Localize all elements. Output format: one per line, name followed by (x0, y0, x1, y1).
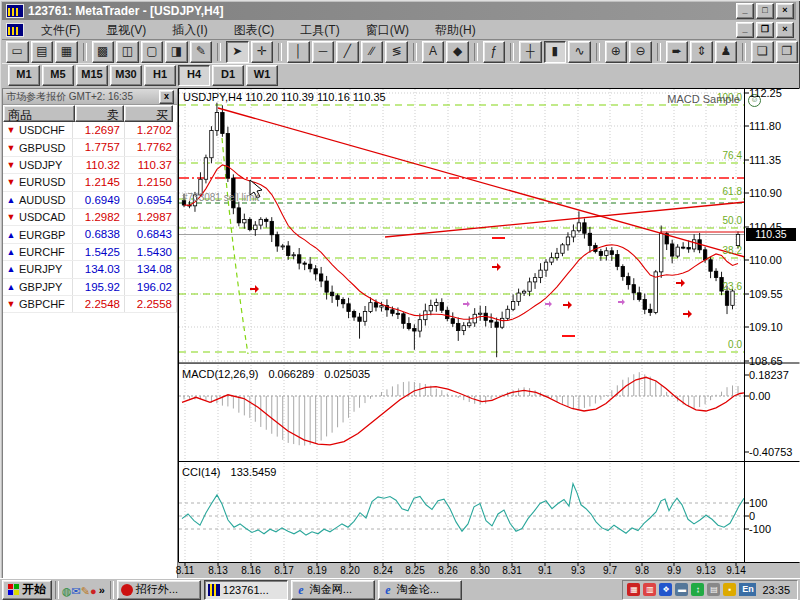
app-quicklaunch-icon[interactable]: ● (90, 585, 97, 597)
mt-task-icon (208, 584, 220, 596)
timeframe-bar: M1M5M15M30H1H4D1W1 (2, 64, 800, 87)
antivirus-tray-icon[interactable]: ▥ (643, 583, 656, 596)
child-restore-button[interactable]: ❐ (756, 22, 774, 38)
auto-scroll-icon[interactable]: ➨ (666, 41, 689, 63)
printer-tray-icon[interactable]: ▤ (707, 583, 720, 596)
hline-icon[interactable]: ─ (312, 41, 335, 63)
line-chart-icon[interactable]: ∿ (568, 41, 591, 63)
menu-item[interactable]: 插入(I) (159, 21, 220, 39)
scheduler-tray-icon[interactable]: ▦ (627, 583, 640, 596)
save-icon[interactable]: ▤ (31, 41, 54, 63)
timeframe-m30[interactable]: M30 (110, 65, 142, 86)
bid-value: 2.2548 (73, 296, 125, 312)
market-watch-panel: 市场参考报价 GMT+2: 16:35 x 商品 卖 买 ▼USDCHF1.26… (2, 88, 178, 580)
terminal-icon[interactable]: ◨ (165, 41, 188, 63)
task-taojin-web[interactable]: e淘金网... (291, 580, 375, 600)
menu-item[interactable]: 窗口(W) (353, 21, 422, 39)
chart-shift-icon[interactable]: ⇕ (690, 41, 713, 63)
menu-item[interactable]: 帮助(H) (422, 21, 489, 39)
symbol-name: EURGBP (19, 229, 65, 241)
task-label: 淘金论... (397, 582, 439, 597)
task-taojin-forum[interactable]: e淘金论... (378, 580, 462, 600)
market-watch-row[interactable]: ▲GBPJPY195.92196.02 (3, 279, 177, 296)
language-indicator[interactable]: En (739, 583, 756, 596)
timeframe-h4[interactable]: H4 (178, 65, 210, 86)
arrows-icon[interactable]: ◆ (446, 41, 469, 63)
symbol-cell: ▼GBPUSD (3, 139, 73, 155)
minimize-button[interactable]: _ (736, 3, 754, 19)
zoom-in-icon[interactable]: ⊕ (605, 41, 628, 63)
fibonacci-icon[interactable]: ≶ (385, 41, 408, 63)
title-bar[interactable]: 123761: MetaTrader - [USDJPY,H4] _ □ × (2, 2, 796, 20)
market-watch-row[interactable]: ▲EURGBP0.68380.6843 (3, 226, 177, 243)
market-watch-row[interactable]: ▲EURJPY134.03134.08 (3, 261, 177, 278)
network-tray-icon[interactable]: ↨ (691, 583, 704, 596)
symbol-name: GBPJPY (19, 281, 62, 293)
market-watch-row[interactable]: ▼EURUSD1.21451.2150 (3, 174, 177, 191)
menu-item[interactable]: 文件(F) (28, 21, 93, 39)
profiles-icon[interactable]: ❐ (776, 41, 799, 63)
market-watch-row[interactable]: ▼USDCHF1.26971.2702 (3, 122, 177, 139)
task-bank[interactable]: 招行外... (117, 580, 201, 600)
crosshair-icon[interactable]: ✛ (251, 41, 274, 63)
menu-item[interactable]: 显视(V) (93, 21, 159, 39)
indicators-icon[interactable]: ƒ (483, 41, 506, 63)
maximize-button[interactable]: □ (756, 3, 774, 19)
zoom-out-icon[interactable]: ⊖ (629, 41, 652, 63)
timeframe-m15[interactable]: M15 (76, 65, 108, 86)
navigator-icon[interactable]: ▢ (141, 41, 164, 63)
symbol-cell: ▲EURJPY (3, 261, 73, 277)
market-watch-row[interactable]: ▲EURCHF1.54251.5430 (3, 244, 177, 261)
market-watch-titlebar[interactable]: 市场参考报价 GMT+2: 16:35 x (3, 89, 177, 105)
chart-area[interactable]: USDJPY,H4 110.20 110.39 110.16 110.35 MA… (178, 88, 800, 578)
trendline-icon[interactable]: ╱ (336, 41, 359, 63)
bar-chart-icon[interactable]: ┼ (519, 41, 542, 63)
bid-value: 195.92 (73, 279, 125, 295)
market-watch-icon[interactable]: ▩ (92, 41, 115, 63)
market-watch-row[interactable]: ▼GBPCHF2.25482.2558 (3, 296, 177, 313)
market-watch-row[interactable]: ▼USDJPY110.32110.37 (3, 157, 177, 174)
quicklaunch-chevron-icon[interactable]: » (97, 584, 107, 596)
market-watch-row[interactable]: ▼USDCAD1.29821.2987 (3, 209, 177, 226)
security-tray-icon[interactable]: ▪ (723, 583, 736, 596)
timeframe-w1[interactable]: W1 (246, 65, 278, 86)
channel-icon[interactable]: ∕∕ (361, 41, 384, 63)
data-window-icon[interactable]: ◫ (116, 41, 139, 63)
fib-level-label: 38.2 (698, 245, 742, 256)
column-symbol[interactable]: 商品 (3, 105, 75, 122)
internet-quicklaunch-icon[interactable]: ◍ (62, 585, 72, 597)
input-tray-icon[interactable]: ▬ (675, 583, 688, 596)
timeframe-h1[interactable]: H1 (144, 65, 176, 86)
child-minimize-button[interactable]: _ (736, 22, 754, 38)
start-button[interactable]: 开始 (2, 580, 52, 600)
new-chart-icon[interactable]: ▭ (6, 41, 29, 63)
editor-quicklaunch-icon[interactable]: ✎ (81, 585, 90, 597)
down-arrow-icon: ▼ (3, 299, 19, 309)
market-watch-row[interactable]: ▲AUDUSD0.69490.6954 (3, 192, 177, 209)
column-bid[interactable]: 卖 (75, 105, 124, 122)
cursor-icon[interactable]: ➤ (226, 41, 249, 63)
print-icon[interactable]: ▦ (55, 41, 78, 63)
child-close-button[interactable]: × (776, 22, 794, 38)
mail-quicklaunch-icon[interactable]: ✉ (72, 585, 81, 597)
timeframe-d1[interactable]: D1 (212, 65, 244, 86)
vline-icon[interactable]: │ (287, 41, 310, 63)
chart-canvas[interactable] (178, 88, 800, 578)
bid-value: 0.6949 (73, 192, 125, 208)
timeframe-m1[interactable]: M1 (8, 65, 40, 86)
close-button[interactable]: × (776, 3, 794, 19)
candlestick-icon[interactable]: ▮ (544, 41, 567, 63)
menu-item[interactable]: 图表(C) (221, 21, 288, 39)
column-ask[interactable]: 买 (124, 105, 173, 122)
new-window-icon[interactable]: ❏ (751, 41, 774, 63)
market-watch-row[interactable]: ▼GBPUSD1.77571.7762 (3, 139, 177, 156)
script-icon[interactable]: ✎ (190, 41, 213, 63)
text-icon[interactable]: A (422, 41, 445, 63)
task-metatrader[interactable]: 123761... (204, 580, 288, 600)
menu-item[interactable]: 工具(T) (287, 21, 352, 39)
market-watch-close-icon[interactable]: x (159, 90, 174, 104)
messenger-tray-icon[interactable]: ❖ (659, 583, 672, 596)
expert-advisor-icon[interactable]: ♟ (715, 41, 738, 63)
date-axis-label: 9.1 (532, 565, 558, 576)
timeframe-m5[interactable]: M5 (42, 65, 74, 86)
